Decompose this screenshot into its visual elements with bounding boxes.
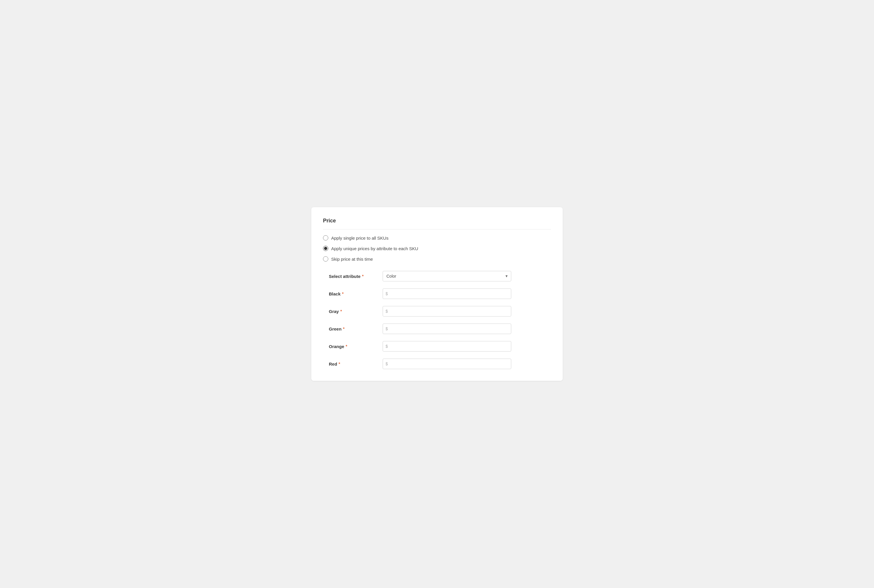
radio-single-price[interactable] xyxy=(323,235,328,240)
orange-price-row: Orange * $ xyxy=(329,341,551,352)
radio-group: Apply single price to all SKUs Apply uni… xyxy=(323,235,551,261)
black-price-input[interactable] xyxy=(383,288,511,299)
radio-unique-label[interactable]: Apply unique prices by attribute to each… xyxy=(331,246,418,251)
select-attribute-dropdown[interactable]: Color Size Material xyxy=(383,271,511,281)
select-attribute-label: Select attribute * xyxy=(329,274,375,279)
required-star-red: * xyxy=(338,362,340,366)
required-star-green: * xyxy=(343,327,344,331)
gray-price-row: Gray * $ xyxy=(329,306,551,316)
radio-item-single[interactable]: Apply single price to all SKUs xyxy=(323,235,551,240)
gray-label: Gray * xyxy=(329,309,375,314)
radio-skip-label[interactable]: Skip price at this time xyxy=(331,256,373,261)
red-price-row: Red * $ xyxy=(329,358,551,369)
card-title: Price xyxy=(323,218,551,230)
black-price-row: Black * $ xyxy=(329,288,551,299)
required-star-orange: * xyxy=(346,344,347,349)
orange-input-wrapper: $ xyxy=(383,341,511,352)
red-input-wrapper: $ xyxy=(383,358,511,369)
green-label: Green * xyxy=(329,327,375,332)
select-attribute-wrapper: Color Size Material ▼ xyxy=(383,271,511,281)
radio-skip-price[interactable] xyxy=(323,256,328,261)
red-price-input[interactable] xyxy=(383,358,511,369)
price-card: Price Apply single price to all SKUs App… xyxy=(311,207,563,381)
green-input-wrapper: $ xyxy=(383,324,511,334)
select-attribute-row: Select attribute * Color Size Material ▼ xyxy=(329,271,551,281)
gray-price-input[interactable] xyxy=(383,306,511,316)
green-price-row: Green * $ xyxy=(329,324,551,334)
radio-item-unique[interactable]: Apply unique prices by attribute to each… xyxy=(323,246,551,251)
black-label: Black * xyxy=(329,291,375,296)
gray-input-wrapper: $ xyxy=(383,306,511,316)
black-input-wrapper: $ xyxy=(383,288,511,299)
radio-unique-price[interactable] xyxy=(323,246,328,251)
orange-price-input[interactable] xyxy=(383,341,511,352)
green-price-input[interactable] xyxy=(383,324,511,334)
form-section: Select attribute * Color Size Material ▼… xyxy=(323,271,551,369)
red-label: Red * xyxy=(329,362,375,366)
orange-label: Orange * xyxy=(329,344,375,349)
radio-item-skip[interactable]: Skip price at this time xyxy=(323,256,551,261)
required-star-gray: * xyxy=(340,309,342,314)
required-star-attribute: * xyxy=(362,274,363,279)
required-star-black: * xyxy=(342,291,344,296)
radio-single-label[interactable]: Apply single price to all SKUs xyxy=(331,236,389,240)
